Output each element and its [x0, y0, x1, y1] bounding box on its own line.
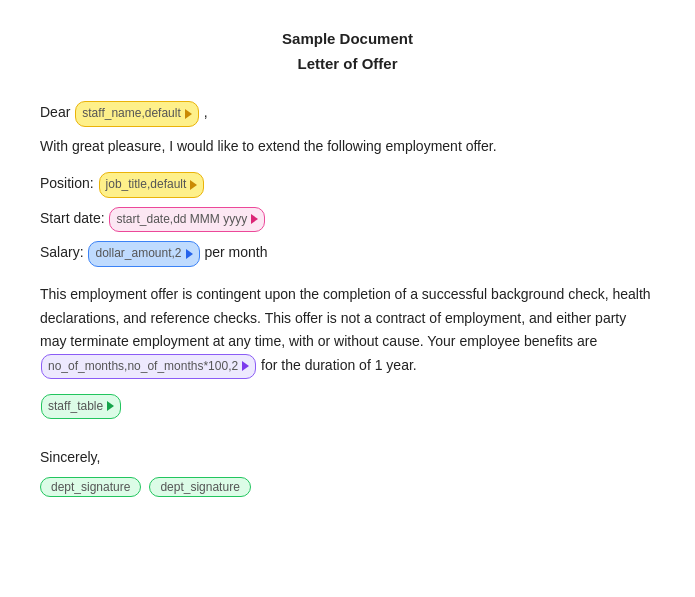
position-line: Position: job_title,default	[40, 171, 655, 198]
dollar-amount-tag[interactable]: dollar_amount,2	[88, 241, 199, 267]
startdate-line: Start date: start_date,dd MMM yyyy	[40, 206, 655, 233]
staff-name-tag-arrow	[185, 109, 192, 119]
job-title-tag-arrow	[190, 180, 197, 190]
startdate-label: Start date:	[40, 210, 105, 226]
salary-label: Salary:	[40, 244, 84, 260]
dept-signature-tag-2[interactable]: dept_signature	[149, 477, 250, 497]
salary-suffix: per month	[204, 244, 267, 260]
job-title-tag-text: job_title,default	[106, 174, 187, 196]
dear-label: Dear	[40, 104, 70, 120]
dollar-amount-tag-arrow	[186, 249, 193, 259]
start-date-tag-text: start_date,dd MMM yyyy	[116, 209, 247, 231]
dept-signature-tag-1[interactable]: dept_signature	[40, 477, 141, 497]
benefits-tag-arrow	[242, 361, 249, 371]
body-text-1: This employment offer is contingent upon…	[40, 286, 651, 350]
benefits-tag-text: no_of_months,no_of_months*100,2	[48, 356, 238, 376]
start-date-tag-arrow	[251, 214, 258, 224]
staff-table-line: staff_table	[40, 393, 655, 420]
intro-paragraph: With great pleasure, I would like to ext…	[40, 135, 655, 157]
signature-row: dept_signature dept_signature	[40, 477, 655, 497]
staff-name-tag[interactable]: staff_name,default	[75, 101, 199, 127]
intro-text: With great pleasure, I would like to ext…	[40, 138, 497, 154]
document-subtitle: Letter of Offer	[40, 55, 655, 72]
start-date-tag[interactable]: start_date,dd MMM yyyy	[109, 207, 265, 233]
dear-comma: ,	[204, 104, 208, 120]
body-text-2: for the duration of 1 year.	[261, 357, 417, 373]
dept-signature-tag-2-text: dept_signature	[160, 480, 239, 494]
salary-line: Salary: dollar_amount,2 per month	[40, 240, 655, 267]
staff-table-tag-text: staff_table	[48, 396, 103, 418]
staff-name-tag-text: staff_name,default	[82, 103, 181, 125]
body-paragraph: This employment offer is contingent upon…	[40, 283, 655, 379]
sincerely-text: Sincerely,	[40, 449, 655, 465]
benefits-tag[interactable]: no_of_months,no_of_months*100,2	[41, 354, 256, 378]
document-title: Sample Document	[40, 30, 655, 47]
dear-line: Dear staff_name,default ,	[40, 100, 655, 127]
job-title-tag[interactable]: job_title,default	[99, 172, 205, 198]
staff-table-tag[interactable]: staff_table	[41, 394, 121, 420]
dept-signature-tag-1-text: dept_signature	[51, 480, 130, 494]
dollar-amount-tag-text: dollar_amount,2	[95, 243, 181, 265]
position-label: Position:	[40, 175, 94, 191]
staff-table-tag-arrow	[107, 401, 114, 411]
